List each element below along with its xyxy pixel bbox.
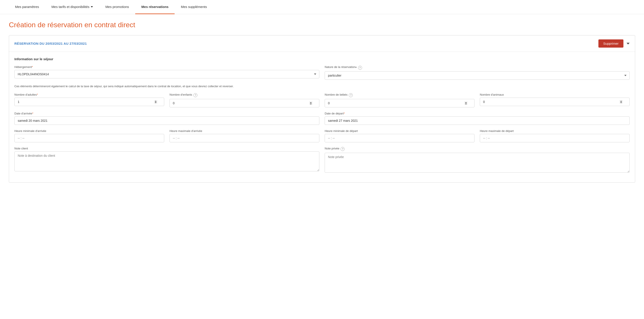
heure-max-depart-group: Heure maximale de départ [480,129,630,142]
nb-bebes-label: Nombre de bébés [325,93,348,96]
nb-animaux-input[interactable] [480,98,630,106]
note-privee-textarea[interactable] [325,153,630,173]
hebergement-group: Hébergement* HLOPDL044NOS0414 [14,65,319,80]
enfants-help-icon[interactable]: ? [194,93,198,97]
heure-max-arrivee-label: Heure maximale d'arrivée [170,129,319,132]
note-privee-label: Note privée [325,147,339,150]
date-arrivee-group: Date d'arrivée* [14,112,319,125]
nav-tarifs[interactable]: Mes tarifs et disponibilités [45,0,99,14]
hebergement-select-wrapper: HLOPDL044NOS0414 [14,70,319,78]
heures-row: Heure minimale d'arrivée Heure maximale … [14,129,630,142]
note-privee-group: Note privée ? [325,147,630,173]
nb-enfants-input[interactable] [170,99,319,107]
date-depart-input[interactable] [325,116,630,125]
page-title: Création de réservation en contrat direc… [9,21,635,29]
nb-enfants-label: Nombre d'enfants [170,93,192,96]
card-body: Information sur le séjour Hébergement* H… [9,52,635,182]
nb-animaux-group: Nombre d'animaux [480,93,630,107]
nb-adultes-input[interactable] [14,98,164,106]
reservation-dates: RÉSERVATION DU 20/03/2021 AU 27/03/2021 [14,42,87,46]
heure-min-arrivee-input[interactable] [14,134,164,142]
heure-max-arrivee-group: Heure maximale d'arrivée [170,129,319,142]
hebergement-select[interactable]: HLOPDL044NOS0414 [14,70,319,78]
nature-label: Nature de la réservation [325,65,356,69]
nature-help-icon[interactable]: ? [358,66,362,70]
date-arrivee-label: Date d'arrivée* [14,112,319,115]
nav-supplements[interactable]: Mes suppléments [174,0,213,14]
card-header: RÉSERVATION DU 20/03/2021 AU 27/03/2021 … [9,36,635,52]
card-header-actions: Supprimer [598,40,630,48]
note-client-textarea[interactable] [14,152,319,171]
heure-min-depart-input[interactable] [325,134,474,142]
note-privee-help-icon[interactable]: ? [340,147,344,151]
nav-reservations[interactable]: Mes réservations [135,0,175,14]
nb-bebes-input[interactable] [325,99,474,107]
heure-min-arrivee-group: Heure minimale d'arrivée [14,129,164,142]
bebes-help-icon[interactable]: ? [349,93,353,97]
date-depart-group: Date de départ* [325,112,630,125]
nav-promotions[interactable]: Mes promotions [99,0,135,14]
navigation: Mes paramètres Mes tarifs et disponibili… [0,0,644,14]
nature-select-wrapper: particulier [325,71,630,80]
nb-enfants-wrapper [170,99,319,107]
nb-animaux-wrapper [480,98,630,106]
heure-max-depart-input[interactable] [480,134,630,142]
nb-enfants-group: Nombre d'enfants ? [170,93,319,107]
nb-adultes-group: Nombre d'adultes* [14,93,164,107]
page-content: Création de réservation en contrat direc… [0,14,644,189]
counts-row: Nombre d'adultes* Nombre d'enfants ? [14,93,630,107]
nb-adultes-wrapper [14,98,164,106]
chevron-down-icon [91,6,93,8]
heure-min-depart-group: Heure minimale de départ [325,129,474,142]
collapse-icon[interactable] [626,43,630,44]
notes-row: Note client Note privée ? [14,147,630,173]
nb-adultes-label: Nombre d'adultes* [14,93,164,96]
nb-bebes-wrapper [325,99,474,107]
date-arrivee-input[interactable] [14,116,319,125]
hebergement-label: Hébergement* [14,65,319,69]
section-title: Information sur le séjour [14,57,630,61]
heure-min-arrivee-label: Heure minimale d'arrivée [14,129,164,132]
nature-group: Nature de la réservation* ? particulier [325,65,630,80]
dates-row: Date d'arrivée* Date de départ* [14,112,630,125]
note-client-label: Note client [14,147,319,150]
hebergement-nature-row: Hébergement* HLOPDL044NOS0414 Nature de … [14,65,630,80]
nb-bebes-group: Nombre de bébés ? [325,93,474,107]
heure-max-arrivee-input[interactable] [170,134,319,142]
nb-animaux-label: Nombre d'animaux [480,93,630,96]
date-depart-label: Date de départ* [325,112,630,115]
heure-max-depart-label: Heure maximale de départ [480,129,630,132]
nature-select[interactable]: particulier [325,71,630,80]
nav-parametres[interactable]: Mes paramètres [9,0,45,14]
supprimer-button[interactable]: Supprimer [598,40,624,48]
heure-min-depart-label: Heure minimale de départ [325,129,474,132]
info-text: Ces éléments détermineront également le … [14,84,630,88]
note-client-group: Note client [14,147,319,173]
nav-tarifs-label: Mes tarifs et disponibilités [51,5,90,9]
reservation-card: RÉSERVATION DU 20/03/2021 AU 27/03/2021 … [9,35,635,183]
